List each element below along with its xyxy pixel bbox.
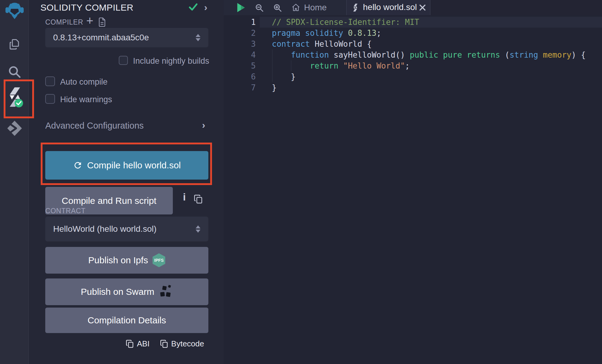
select-arrows-icon: [196, 225, 200, 233]
publish-swarm-label: Publish on Swarm: [81, 287, 154, 297]
compile-success-check-icon: [188, 2, 198, 12]
code-line: contract HelloWorld {: [260, 39, 602, 49]
contract-section-label: CONTRACT: [45, 207, 86, 215]
sidebar-item-search[interactable]: [0, 65, 29, 79]
hide-warnings-label: Hide warnings: [60, 95, 112, 104]
refresh-icon: [73, 160, 83, 170]
bytecode-copy-label[interactable]: Bytecode: [171, 339, 204, 349]
hide-warnings-checkbox[interactable]: [45, 94, 55, 104]
home-icon: [291, 3, 300, 12]
info-icon[interactable]: i: [180, 191, 189, 203]
tab-hello-world-sol[interactable]: hello world.sol: [346, 0, 430, 15]
add-compiler-icon[interactable]: +: [86, 14, 93, 28]
abi-copy-label[interactable]: ABI: [137, 339, 150, 349]
copy-bytecode-icon[interactable]: [160, 339, 168, 349]
remix-logo-icon: [5, 1, 24, 19]
zoom-out-icon[interactable]: [255, 3, 264, 12]
line-number: 6: [224, 71, 256, 82]
contract-select-value: HelloWorld (hello world.sol): [53, 217, 156, 241]
line-number: 2: [224, 28, 256, 39]
remix-ide-window: SOLIDITY COMPILER › COMPILER + 0.8.13+co…: [0, 0, 602, 364]
home-tab-label: Home: [304, 3, 327, 12]
sidebar-item-file-explorer[interactable]: [0, 38, 29, 52]
editor-area[interactable]: Home hello world.sol 1234567 // SPDX-Lic…: [224, 0, 602, 364]
solidity-file-icon: [352, 3, 359, 12]
compiler-section-label: COMPILER: [45, 18, 83, 26]
solidity-compiler-icon: [6, 87, 23, 109]
line-number: 7: [224, 82, 256, 93]
run-script-play-icon[interactable]: [237, 3, 245, 12]
code-line: }: [260, 71, 602, 82]
code-line: }: [260, 82, 602, 93]
code-line: // SPDX-License-Identifier: MIT: [260, 17, 602, 28]
select-arrows-icon: [196, 34, 200, 41]
compile-button-label: Compile hello world.sol: [87, 160, 181, 170]
publish-ipfs-label: Publish on Ipfs: [88, 255, 148, 265]
sidebar-item-solidity-compiler[interactable]: [0, 87, 29, 109]
advanced-config-chevron-icon[interactable]: ›: [202, 120, 205, 130]
files-icon: [8, 38, 21, 52]
ipfs-icon: IPFS: [152, 253, 165, 267]
compiler-version-select[interactable]: 0.8.13+commit.abaa5c0e: [45, 28, 208, 47]
compiler-doc-icon[interactable]: [98, 17, 106, 27]
indent-guide: [291, 60, 291, 71]
sidebar-item-deploy-run[interactable]: [0, 120, 29, 136]
advanced-configurations-toggle[interactable]: Advanced Configurations: [45, 121, 144, 131]
editor-tabbar: Home hello world.sol: [224, 0, 602, 15]
line-number: 1: [224, 17, 256, 28]
code-lines: // SPDX-License-Identifier: MITpragma so…: [260, 17, 602, 93]
publish-ipfs-button[interactable]: Publish on Ipfs IPFS: [45, 247, 208, 274]
swarm-icon: [159, 285, 173, 299]
compile-button[interactable]: Compile hello world.sol: [45, 151, 208, 180]
abi-bytecode-row: ABI Bytecode: [126, 339, 204, 349]
compile-and-run-label: Compile and Run script: [62, 196, 156, 206]
publish-swarm-button[interactable]: Publish on Swarm: [45, 278, 208, 305]
zoom-in-icon[interactable]: [273, 3, 282, 12]
code-line: function sayHelloWorld() public pure ret…: [260, 49, 602, 60]
line-number: 4: [224, 49, 256, 60]
contract-select[interactable]: HelloWorld (hello world.sol): [45, 217, 208, 241]
code-line: pragma solidity 0.8.13;: [260, 28, 602, 39]
code-line: return "Hello World";: [260, 60, 602, 71]
ethereum-deploy-icon: [7, 120, 22, 136]
search-icon: [8, 65, 22, 79]
compiler-version-value: 0.8.13+commit.abaa5c0e: [53, 28, 149, 47]
include-nightly-label: Include nightly builds: [133, 56, 209, 66]
editor-toolbar: Home: [224, 0, 346, 15]
auto-compile-label: Auto compile: [60, 77, 108, 87]
line-number: 3: [224, 39, 256, 49]
compilation-details-button[interactable]: Compilation Details: [45, 308, 208, 333]
indent-guide: [272, 49, 272, 82]
compilation-details-label: Compilation Details: [87, 315, 166, 325]
copy-abi-icon[interactable]: [126, 339, 134, 349]
include-nightly-checkbox[interactable]: [119, 56, 128, 65]
solidity-compiler-panel: SOLIDITY COMPILER › COMPILER + 0.8.13+co…: [29, 0, 224, 364]
file-tab-label: hello world.sol: [363, 0, 417, 15]
gutter: 1234567: [224, 17, 256, 93]
auto-compile-checkbox[interactable]: [45, 76, 55, 86]
activity-bar: [0, 0, 29, 364]
tab-home[interactable]: Home: [291, 0, 327, 15]
remix-logo[interactable]: [0, 1, 29, 19]
page-title: SOLIDITY COMPILER: [40, 2, 133, 13]
copy-script-icon[interactable]: [194, 194, 203, 204]
close-tab-icon[interactable]: [419, 4, 426, 11]
line-number: 5: [224, 60, 256, 71]
panel-collapse-chevron[interactable]: ›: [204, 2, 207, 12]
